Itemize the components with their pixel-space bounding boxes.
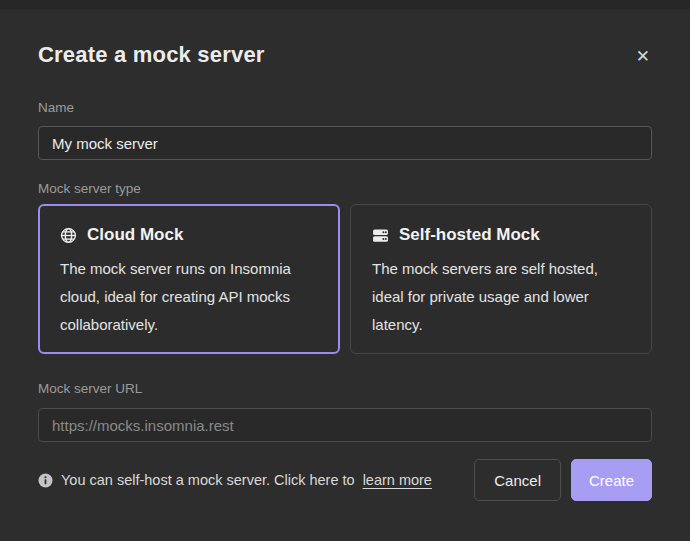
self-hosted-title-row: Self-hosted Mock xyxy=(372,225,630,245)
dialog-title: Create a mock server xyxy=(38,42,265,68)
server-icon xyxy=(372,227,389,244)
url-label: Mock server URL xyxy=(38,381,652,396)
dialog-actions: Cancel Create xyxy=(474,459,652,501)
hint-text: You can self-host a mock server. Click h… xyxy=(61,472,355,488)
name-label: Name xyxy=(38,100,652,115)
create-mock-server-dialog: Create a mock server ✕ Name Mock server … xyxy=(0,42,690,541)
learn-more-link[interactable]: learn more xyxy=(363,472,432,488)
cancel-button[interactable]: Cancel xyxy=(474,459,561,501)
globe-icon xyxy=(60,227,77,244)
self-hosted-mock-card[interactable]: Self-hosted Mock The mock servers are se… xyxy=(350,204,652,354)
mock-type-options: Cloud Mock The mock server runs on Insom… xyxy=(38,204,652,354)
info-icon xyxy=(38,473,53,488)
cloud-mock-title-row: Cloud Mock xyxy=(60,225,318,245)
cloud-mock-card[interactable]: Cloud Mock The mock server runs on Insom… xyxy=(38,204,340,354)
type-label: Mock server type xyxy=(38,181,652,196)
create-button[interactable]: Create xyxy=(571,459,652,501)
dialog-header: Create a mock server ✕ xyxy=(38,42,652,69)
dialog-footer: You can self-host a mock server. Click h… xyxy=(38,459,652,501)
self-hosted-mock-description: The mock servers are self hosted, ideal … xyxy=(372,255,630,339)
name-input[interactable] xyxy=(38,126,652,160)
mock-server-url-input[interactable] xyxy=(38,408,652,442)
cloud-mock-title: Cloud Mock xyxy=(87,225,183,245)
close-icon[interactable]: ✕ xyxy=(634,44,652,69)
self-host-hint: You can self-host a mock server. Click h… xyxy=(38,472,432,488)
self-hosted-mock-title: Self-hosted Mock xyxy=(399,225,540,245)
cloud-mock-description: The mock server runs on Insomnia cloud, … xyxy=(60,255,318,339)
